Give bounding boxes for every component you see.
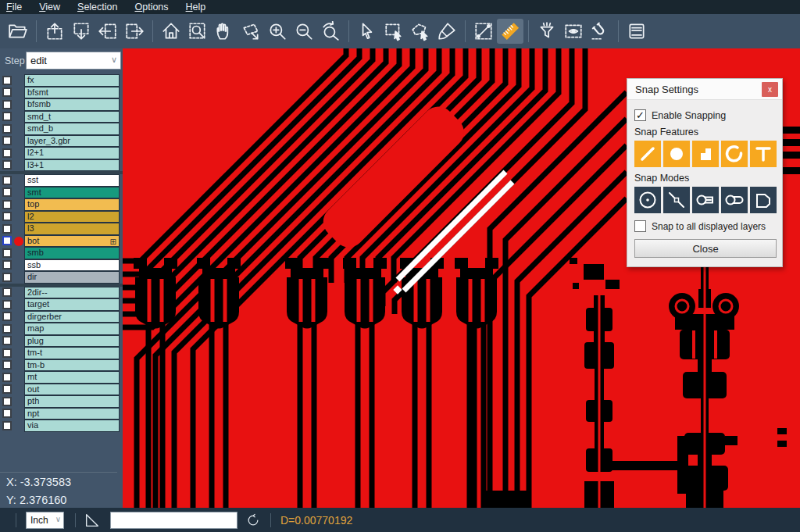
view-box-button[interactable] xyxy=(560,19,587,44)
layer-name-label[interactable]: tm-t xyxy=(24,347,120,359)
select-polygon-button[interactable] xyxy=(407,19,434,44)
layer-name-label[interactable]: via xyxy=(24,420,120,432)
menu-help[interactable]: Help xyxy=(186,2,206,12)
pan-button[interactable] xyxy=(211,19,238,44)
layer-row-dir[interactable]: dir xyxy=(0,271,123,284)
menu-options[interactable]: Options xyxy=(134,2,168,12)
measure-ruler-button[interactable] xyxy=(497,19,523,44)
layer-checkbox[interactable] xyxy=(2,348,12,358)
layer-name-label[interactable]: sst xyxy=(24,174,120,187)
layer-row-out[interactable]: out xyxy=(0,384,123,396)
layer-row-ssb[interactable]: ssb xyxy=(0,259,123,272)
layer-name-label[interactable]: plug xyxy=(24,335,120,348)
layer-name-label[interactable]: smd_t xyxy=(24,111,120,123)
units-select[interactable]: Inch ∨ xyxy=(26,512,64,529)
layer-name-label[interactable]: l3+1 xyxy=(24,159,120,172)
zoom-in-button[interactable] xyxy=(264,19,291,44)
layer-row-bot[interactable]: bot⊞ xyxy=(0,235,123,248)
layer-name-label[interactable]: out xyxy=(24,384,120,396)
measure-input[interactable] xyxy=(110,512,238,529)
layer-checkbox[interactable] xyxy=(2,148,12,158)
import-up-button[interactable] xyxy=(41,19,68,44)
layer-name-label[interactable]: smt xyxy=(24,187,120,199)
snap-feature-pad-button[interactable] xyxy=(663,141,690,167)
layer-row-bfsmb[interactable]: bfsmb xyxy=(0,98,123,111)
snap-mode-corner-button[interactable] xyxy=(750,187,777,213)
layer-name-label[interactable]: bfsmb xyxy=(24,98,120,111)
layer-checkbox[interactable] xyxy=(2,200,12,209)
layer-row-map[interactable]: map xyxy=(0,323,123,335)
layer-row-smd_b[interactable]: smd_b xyxy=(0,123,123,135)
zoom-region-button[interactable] xyxy=(184,19,211,44)
layer-name-label[interactable]: ssb xyxy=(24,259,120,272)
layer-checkbox[interactable] xyxy=(2,76,12,85)
layer-row-l2[interactable]: l2 xyxy=(0,211,123,223)
layer-checkbox[interactable] xyxy=(2,373,12,382)
layer-row-bfsmt[interactable]: bfsmt xyxy=(0,87,123,99)
layer-name-label[interactable]: fx xyxy=(24,74,120,87)
layer-row-top[interactable]: top xyxy=(0,198,123,211)
select-cursor-button[interactable] xyxy=(354,19,380,44)
layer-name-label[interactable]: map xyxy=(24,323,120,335)
snap-feature-line-button[interactable] xyxy=(634,141,661,167)
layer-name-label[interactable]: pth xyxy=(24,395,120,408)
layer-row-smd_t[interactable]: smd_t xyxy=(0,111,123,123)
layer-checkbox[interactable] xyxy=(2,124,12,134)
layer-row-smb[interactable]: smb xyxy=(0,247,123,259)
snap-feature-surface-button[interactable] xyxy=(692,141,719,167)
layer-checkbox[interactable] xyxy=(2,212,12,221)
layer-row-dirgerber[interactable]: dirgerber xyxy=(0,311,123,323)
layer-checkbox[interactable] xyxy=(2,409,12,418)
layer-name-label[interactable]: dir xyxy=(24,271,120,284)
layer-name-label[interactable]: mt xyxy=(24,371,120,384)
layer-checkbox[interactable] xyxy=(2,421,12,430)
snap-mode-center-button[interactable] xyxy=(634,187,661,213)
snap-mode-pad-entry-button[interactable] xyxy=(692,187,719,213)
layer-row-tm-b[interactable]: tm-b xyxy=(0,359,123,372)
layer-checkbox[interactable] xyxy=(2,136,12,145)
layers-panel-button[interactable] xyxy=(623,19,650,44)
layer-name-label[interactable]: bfsmt xyxy=(24,87,120,99)
layer-row-npt[interactable]: npt xyxy=(0,408,123,420)
layer-name-label[interactable]: smb xyxy=(24,247,120,259)
snap-feature-arc-button[interactable] xyxy=(721,141,748,167)
snap-magnet-button[interactable] xyxy=(587,19,613,44)
zoom-out-button[interactable] xyxy=(291,19,317,44)
layer-row-l3[interactable]: l3 xyxy=(0,223,123,235)
layer-row-mt[interactable]: mt xyxy=(0,371,123,384)
layer-row-tm-t[interactable]: tm-t xyxy=(0,347,123,359)
layer-name-label[interactable]: l3 xyxy=(24,223,120,235)
layer-row-l2+1[interactable]: l2+1 xyxy=(0,147,123,159)
close-button[interactable]: Close xyxy=(634,239,777,258)
layer-row-l3+1[interactable]: l3+1 xyxy=(0,159,123,172)
angle-mode-icon[interactable] xyxy=(84,512,101,529)
snap-feature-text-button[interactable] xyxy=(750,141,777,167)
layer-name-label[interactable]: top xyxy=(24,198,120,211)
select-rectangle-button[interactable] xyxy=(380,19,407,44)
layer-checkbox[interactable] xyxy=(2,273,12,282)
layer-name-label[interactable]: bot⊞ xyxy=(24,235,120,248)
export-left-button[interactable] xyxy=(95,19,121,44)
layer-checkbox[interactable] xyxy=(2,397,12,406)
layer-name-label[interactable]: 2dir-- xyxy=(24,287,120,299)
sweep-brush-button[interactable] xyxy=(434,19,460,44)
zoom-reset-button[interactable] xyxy=(317,19,344,44)
layer-name-label[interactable]: l2 xyxy=(24,211,120,223)
snap-mode-pad-outline-button[interactable] xyxy=(721,187,748,213)
open-file-button[interactable] xyxy=(5,19,31,44)
layer-checkbox[interactable] xyxy=(2,324,12,334)
layer-checkbox[interactable] xyxy=(2,224,12,234)
layer-checkbox[interactable] xyxy=(2,248,12,258)
layer-row-layer_3.gbr[interactable]: layer_3.gbr xyxy=(0,135,123,148)
refresh-icon[interactable] xyxy=(245,512,261,528)
layer-row-via[interactable]: via xyxy=(0,420,123,432)
layer-row-plug[interactable]: plug xyxy=(0,335,123,348)
layer-checkbox[interactable] xyxy=(2,384,12,394)
export-right-button[interactable] xyxy=(121,19,148,44)
layer-checkbox[interactable] xyxy=(2,260,12,270)
layer-row-sst[interactable]: sst xyxy=(0,174,123,187)
layer-name-label[interactable]: smd_b xyxy=(24,123,120,135)
layer-checkbox[interactable] xyxy=(2,176,12,185)
layer-checkbox[interactable] xyxy=(2,87,12,97)
layer-checkbox[interactable] xyxy=(2,360,12,370)
